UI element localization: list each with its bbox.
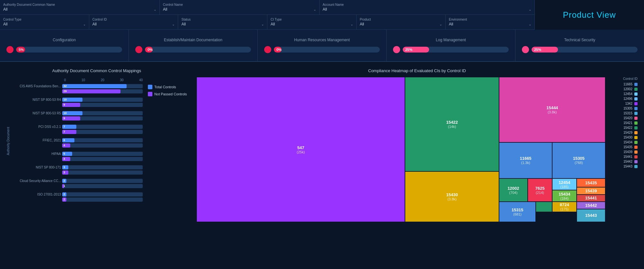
- control-id-text: 12454: [623, 92, 632, 96]
- filter-environment[interactable]: Environment All ⌄: [446, 15, 534, 29]
- control-id-text: 15420: [623, 116, 632, 120]
- progress-dot-technical: [522, 46, 529, 53]
- treemap-cell[interactable]: 15439: [577, 187, 605, 195]
- treemap-cell-label: 12454: [559, 180, 570, 185]
- chevron-down-icon: ⌄: [83, 23, 86, 26]
- category-technical: Technical Security 25%: [515, 30, 644, 61]
- treemap-cell-label: 15444: [546, 105, 558, 110]
- treemap-cell[interactable]: [536, 202, 552, 212]
- treemap-cell[interactable]: 7625 (214): [528, 178, 552, 202]
- bar-pair: FFIEC, 2021 6 4: [13, 138, 143, 148]
- filter-control-id[interactable]: Control ID All ⌄: [89, 15, 178, 29]
- treemap-cell-label: 8724: [560, 202, 569, 207]
- treemap-cell-sublabel: (3.8k): [447, 197, 457, 201]
- treemap-cell[interactable]: 547 (25k): [197, 77, 405, 222]
- bar-row-failed: 4: [13, 143, 143, 148]
- control-id-text: 15429: [623, 131, 632, 134]
- control-id-color-dot: [634, 97, 638, 101]
- progress-bar-fill-technical: 25%: [532, 47, 558, 53]
- control-id-legend-title: Control ID: [609, 77, 638, 81]
- filter-label-control-type: Control Type: [3, 18, 86, 21]
- filter-value-environment: All: [449, 22, 453, 26]
- progress-bar-bg-configuration: 5%: [16, 47, 122, 53]
- control-id-text: 15430: [623, 136, 632, 139]
- filter-account-name[interactable]: Account Name All ⌄: [320, 0, 534, 14]
- filter-value-account: All: [323, 7, 327, 12]
- bar-row-failed: 9: [13, 116, 143, 120]
- filter-label-product: Product: [360, 18, 442, 21]
- chevron-down-icon: ⌄: [313, 8, 316, 11]
- control-id-text: 15441: [623, 155, 632, 159]
- treemap-cell-label: 15315: [512, 207, 523, 212]
- treemap-cell[interactable]: 15441: [577, 195, 605, 202]
- treemap-cell[interactable]: 15435: [577, 178, 605, 187]
- filter-value-authority: All: [3, 7, 7, 12]
- treemap-cell-label: 15439: [585, 188, 597, 193]
- control-id-color-dot: [634, 136, 638, 139]
- control-id-legend-item: 1342: [609, 102, 638, 105]
- control-id-legend-item: 15441: [609, 155, 638, 159]
- bar-pair: Cloud Security Alliance CC... 2 1: [13, 178, 143, 188]
- main-content: Authority Document Common Control Mappin…: [0, 62, 644, 255]
- chevron-down-icon: ⌄: [439, 23, 442, 26]
- treemap-cell[interactable]: 12002 (704): [499, 178, 528, 202]
- progress-bar-bg-log: 25%: [403, 47, 509, 53]
- heatmap-title: Compliance Heatmap of Evaluated CIs by C…: [197, 68, 638, 73]
- control-id-color-dot: [634, 160, 638, 163]
- control-id-text: 12496: [623, 97, 632, 101]
- category-name-hr: Human Resources Management: [294, 38, 350, 42]
- treemap-container: 547 (25k) 15422 (14k) 15444 (3.8k) 15430…: [197, 77, 605, 222]
- treemap-cell[interactable]: 15442: [577, 202, 605, 209]
- treemap-cell-sublabel: (3.8k): [548, 110, 557, 114]
- control-id-legend-item: 15434: [609, 140, 638, 144]
- filter-label-authority: Authority Document Common Name: [3, 3, 156, 6]
- filter-value-ci-type: All: [271, 22, 275, 26]
- control-id-text: 15315: [623, 111, 632, 115]
- chart-legend: Total Controls Not Passed Controls: [148, 85, 187, 204]
- filter-label-environment: Environment: [449, 18, 531, 21]
- category-name-configuration: Configuration: [53, 38, 76, 42]
- treemap-cell[interactable]: 15444 (3.8k): [499, 77, 605, 142]
- control-id-text: 15435: [623, 145, 632, 149]
- treemap-cell[interactable]: 15422 (14k): [405, 77, 499, 171]
- filter-ci-type[interactable]: CI Type All ⌄: [267, 15, 357, 29]
- category-configuration: Configuration 5%: [0, 30, 129, 61]
- progress-dot-documentation: [135, 46, 142, 53]
- treemap-cell-label: 15305: [573, 156, 584, 161]
- category-name-documentation: Establish/Maintain Documentation: [164, 38, 222, 42]
- treemap-cell[interactable]: 15430 (3.8k): [405, 171, 499, 222]
- filter-status[interactable]: Status All ⌄: [178, 15, 267, 29]
- progress-bar-fill-hr: 0%: [274, 47, 282, 53]
- progress-bar-fill-configuration: 5%: [16, 47, 25, 53]
- heatmap-panel: Compliance Heatmap of Evaluated CIs by C…: [197, 68, 638, 249]
- filter-label-ci-type: CI Type: [271, 18, 353, 21]
- filter-authority-doc[interactable]: Authority Document Common Name All ⌄: [0, 0, 160, 14]
- treemap-cell[interactable]: 12454 (185): [552, 178, 577, 190]
- treemap-cell[interactable]: 15305 (768): [552, 142, 605, 179]
- treemap-cell[interactable]: 11665 (1.3k): [499, 142, 552, 179]
- filter-value-control-name: All: [163, 7, 167, 12]
- category-name-log: Log Management: [436, 38, 466, 42]
- filter-value-control-type: All: [3, 22, 7, 26]
- filter-control-type[interactable]: Control Type All ⌄: [0, 15, 89, 29]
- treemap-cell[interactable]: 8724 (175): [552, 202, 577, 212]
- treemap-cell-sublabel: (214): [536, 191, 544, 195]
- control-id-color-dot: [634, 155, 638, 159]
- filter-control-name[interactable]: Control Name All ⌄: [160, 0, 320, 14]
- progress-bar-fill-documentation: 0%: [145, 47, 153, 53]
- filter-product[interactable]: Product All ⌄: [357, 15, 446, 29]
- bar-row-total: ISO 27001-2013 2: [13, 192, 143, 197]
- progress-bar-bg-documentation: 0%: [145, 47, 251, 53]
- treemap-cell[interactable]: 15443: [577, 209, 605, 222]
- chevron-down-icon: ⌄: [261, 23, 264, 26]
- control-id-text: 15439: [623, 150, 632, 154]
- progress-dot-configuration: [6, 46, 14, 53]
- control-id-color-dot: [634, 83, 638, 86]
- treemap-cell[interactable]: 15434 (184): [552, 190, 577, 202]
- treemap-cell[interactable]: 15315 (681): [499, 202, 536, 222]
- chevron-down-icon: ⌄: [529, 23, 531, 26]
- treemap-cell-sublabel: (1.3k): [521, 161, 530, 165]
- category-bars: Configuration 5% Establish/Maintain Docu…: [0, 30, 644, 62]
- bar-pair: NIST SP 800-53 R5 10 9: [13, 111, 143, 120]
- control-id-text: 15442: [623, 160, 632, 163]
